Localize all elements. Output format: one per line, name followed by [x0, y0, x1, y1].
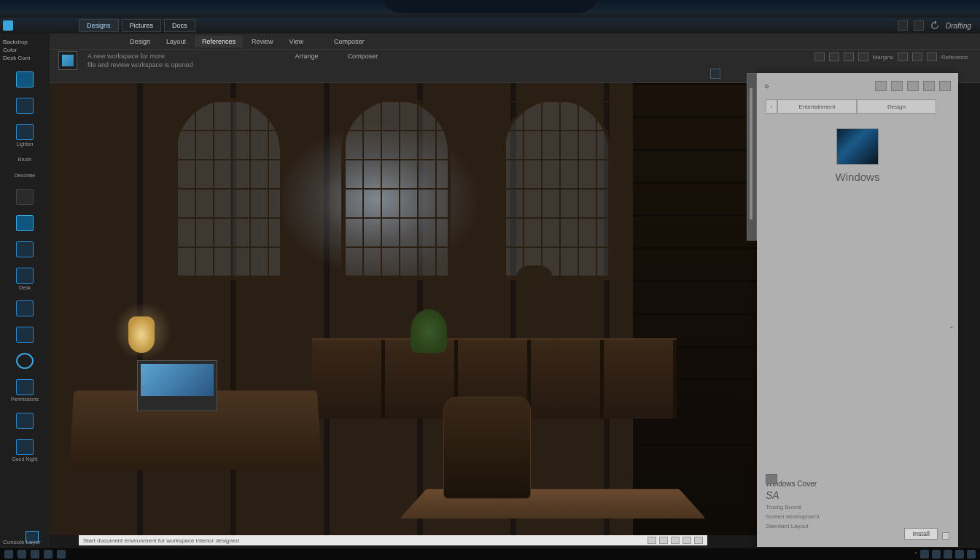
canvas-window-arch [174, 98, 283, 280]
ribbon-tool-icon[interactable] [829, 52, 839, 61]
ribbon-tool-icon[interactable] [858, 52, 868, 61]
device-icon [16, 439, 34, 455]
sidebar-label: Permissions [11, 397, 39, 402]
sidebar-item[interactable]: Permissions [1, 378, 48, 404]
sidebar-item[interactable] [1, 70, 48, 89]
ribbon-info-line: file and review workspace is opened [88, 61, 193, 69]
transfer-icon [16, 413, 34, 429]
sidebar-item[interactable]: Decorate [1, 171, 48, 180]
lock-icon [16, 379, 34, 395]
panel-tab[interactable]: Design [857, 99, 936, 114]
sidebar-item[interactable] [1, 351, 48, 370]
app-logo-icon[interactable] [3, 20, 13, 31]
monitor-icon [16, 98, 34, 114]
sidebar-item[interactable] [1, 325, 48, 344]
panel-subline: Screen development [766, 513, 949, 520]
canvas-viewport[interactable] [50, 83, 757, 535]
ribbon-tool-icon[interactable] [814, 52, 825, 61]
tray-chevron-icon[interactable]: ˄ [914, 551, 917, 558]
title-tab-designs[interactable]: Designs [79, 19, 119, 32]
search-icon[interactable] [18, 550, 26, 559]
status-view-icon[interactable] [694, 537, 703, 544]
ribbon-small-label: Margins [873, 54, 893, 61]
status-bar: Start document environment for workspace… [79, 535, 707, 545]
title-tab-pictures[interactable]: Pictures [122, 19, 162, 32]
panel-close-icon[interactable] [939, 81, 951, 91]
sidebar-item[interactable]: Good Night [1, 438, 48, 464]
refresh-icon[interactable] [930, 20, 940, 31]
title-right-label: Drafting [946, 22, 971, 30]
ribbon-section-label: Arrange [295, 52, 319, 60]
taskbar-app-icon[interactable] [57, 550, 66, 559]
status-text: Start document environment for workspace… [83, 537, 239, 544]
ribbon-tool-icon[interactable] [898, 52, 908, 61]
sidebar-header-line: Color [3, 46, 47, 54]
ribbon-tool-icon[interactable] [927, 52, 937, 61]
sidebar-item[interactable] [1, 411, 48, 430]
pin-icon[interactable]: » [764, 81, 769, 91]
canvas-table-lamp [128, 316, 155, 353]
panel-tab[interactable]: Entertainment [777, 99, 857, 114]
status-left-label: Console Layer [3, 539, 41, 545]
panel-tool-icon[interactable] [907, 81, 919, 91]
taskbar-app-icon[interactable] [44, 550, 52, 559]
sidebar-item[interactable] [1, 214, 48, 233]
ribbon-small-label: Reference [941, 54, 968, 61]
canvas-window-arch [341, 98, 451, 280]
notification-icon[interactable] [967, 550, 976, 559]
status-view-icon[interactable] [648, 537, 656, 544]
grid-icon [16, 189, 34, 205]
sidebar-item[interactable] [1, 187, 48, 206]
tray-icon[interactable] [920, 550, 929, 559]
sidebar-header-line: Desk Com [3, 54, 47, 62]
status-view-icon[interactable] [659, 537, 668, 544]
panel-resize-handle[interactable] [747, 73, 757, 241]
ribbon-tab[interactable]: Review [244, 36, 281, 47]
ribbon-tab[interactable]: View [282, 36, 311, 47]
canvas-window-arch [502, 98, 611, 280]
ribbon-tab[interactable]: Composer [327, 36, 372, 47]
start-icon[interactable] [4, 550, 13, 559]
canvas-pendant-lamp [516, 265, 553, 283]
sidebar-label: Good Night [12, 456, 37, 462]
panel-tool-icon[interactable] [923, 81, 935, 91]
ribbon-section-label: Composer [348, 52, 378, 60]
taskbar-app-icon[interactable] [31, 550, 39, 559]
display-icon [16, 241, 34, 257]
sidebar-label: Decorate [15, 173, 35, 179]
sidebar-item[interactable]: Lighten [1, 122, 48, 149]
volume-icon[interactable] [955, 550, 964, 559]
status-view-icon[interactable] [671, 537, 680, 544]
sidebar-item[interactable] [1, 96, 48, 115]
panel-tool-icon[interactable] [891, 81, 903, 91]
tray-icon[interactable] [932, 550, 941, 559]
thumbnail-icon[interactable] [766, 474, 777, 484]
sidebar-item[interactable]: Brush [1, 155, 48, 164]
minimize-icon[interactable] [898, 20, 908, 31]
sidebar-item[interactable]: Desk [1, 266, 48, 292]
color-swatch-icon[interactable] [710, 69, 720, 79]
panel-header: » [757, 73, 958, 99]
sidebar-item[interactable] [1, 240, 48, 259]
ribbon-tab[interactable]: References [195, 36, 243, 47]
ribbon-tool-icon[interactable] [844, 52, 854, 61]
globe-icon [16, 353, 34, 369]
ribbon-right-group: Margins Reference [814, 52, 974, 61]
sidebar-header-line: Backdrop [3, 38, 47, 46]
install-button[interactable]: Install [904, 528, 938, 540]
network-icon[interactable] [944, 550, 952, 559]
panel-tab-prev[interactable]: ‹ [766, 99, 777, 114]
sidebar-label: Brush [18, 157, 31, 163]
title-tab-docs[interactable]: Docs [164, 19, 195, 32]
sidebar-header: Backdrop Color Desk Com [0, 34, 50, 67]
screen-icon [16, 268, 34, 284]
sidebar-item[interactable] [1, 299, 48, 318]
panel-tool-icon[interactable] [875, 81, 887, 91]
status-view-icon[interactable] [682, 537, 691, 544]
ribbon-tool-icon[interactable] [912, 52, 922, 61]
dropdown-icon[interactable] [942, 532, 949, 540]
maximize-icon[interactable] [914, 20, 924, 31]
ribbon-main-button[interactable] [58, 51, 77, 70]
ribbon-tab[interactable]: Design [122, 36, 158, 47]
ribbon-tab[interactable]: Layout [159, 36, 193, 47]
